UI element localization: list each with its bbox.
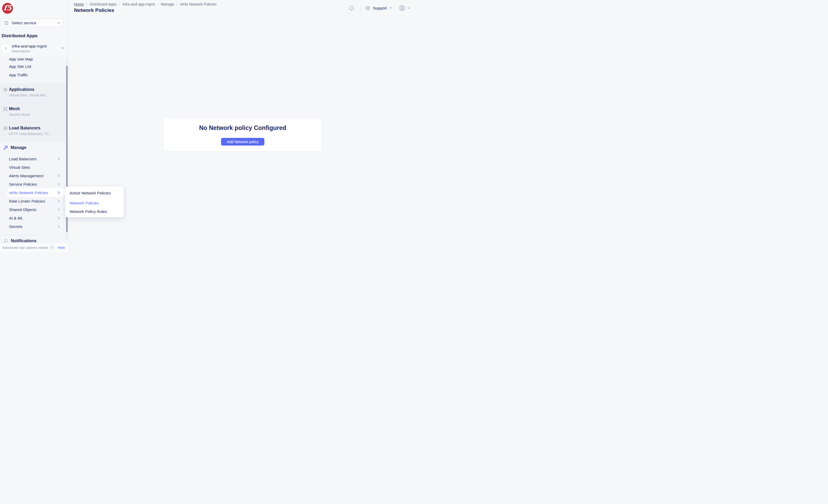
breadcrumb: Home › Distributed Apps › infra-and-app-… [74,2,216,6]
sidebar-item-load-balancers[interactable]: Load Balancers [0,154,66,163]
namespace-avatar: I [2,44,10,52]
breadcrumb-home[interactable]: Home [74,2,84,6]
category-subtitle: HTTP Load Balancers, TC... [9,132,52,136]
page-title: Network Policies [74,7,114,13]
sidebar-footer: Advanced nav options visible ? Hide [0,243,69,252]
empty-state-card: No Network policy Configured Add Network… [163,118,322,152]
sliders-icon [3,126,8,131]
breadcrumb-vk8s-network-policies: vK8s Network Policies [180,2,217,6]
chevron-separator: › [177,2,178,6]
header-divider [360,5,361,11]
chevron-down-icon [57,22,60,24]
header-bottom-border [69,16,414,16]
sidebar-scroll-area[interactable]: App Site Map App Site List App Traffic A… [0,58,66,243]
category-subtitle: Service Mesh [9,112,30,117]
support-label: Support [373,6,387,10]
sidebar-item-shared-objects[interactable]: Shared Objects [0,205,66,214]
user-avatar-icon [399,5,406,11]
flyout-item-active-network-policies[interactable]: Active Network Policies [65,189,124,197]
chevron-down-icon [389,7,392,9]
help-circle-icon[interactable]: ? [50,246,54,250]
chevron-separator: › [157,2,158,6]
select-service-label: Select service [12,20,57,25]
chevron-right-icon [58,157,60,161]
chevron-separator: › [119,2,120,6]
sidebar-item-ai-ml[interactable]: AI & ML [0,214,66,222]
notification-bell-icon[interactable] [349,5,355,11]
chevron-separator: › [86,2,87,6]
chevron-right-icon [58,200,60,202]
sidebar: f5 Select service Distributed Apps I inf… [0,0,69,252]
wrench-icon [3,145,8,150]
grid-icon [4,21,8,25]
breadcrumb-namespace[interactable]: infra-and-app-mgmt [122,2,155,6]
chevron-right-icon [58,191,60,194]
life-ring-icon [365,6,370,10]
sidebar-item-vk8s-network-policies[interactable]: vK8s Network Policies [7,188,66,197]
chevron-right-icon [58,217,60,220]
chevron-right-icon [58,174,60,177]
helm-wheel-icon [3,87,8,92]
account-menu[interactable] [399,5,410,11]
vk8s-network-policies-flyout: Active Network Policies Network Policies… [65,186,124,217]
namespace-type-label: Namespace [12,49,30,53]
sidebar-section-manage: Manage [3,145,27,150]
category-subtitle: Virtual Sites, Virtual K8s, ... [9,93,50,97]
sidebar-item-app-traffic[interactable]: App Traffic [0,71,66,79]
mesh-nodes-icon [3,107,8,111]
select-service-button[interactable]: Select service [1,19,63,27]
sidebar-item-virtual-sites[interactable]: Virtual Sites [0,163,66,172]
bell-icon [4,239,8,243]
header-actions: Support [349,0,410,16]
sidebar-category-load-balancers[interactable]: Load Balancers HTTP Load Balancers, TC..… [0,122,66,141]
f5-logo-text: f5 [4,4,11,11]
support-menu[interactable]: Support [365,6,392,10]
flyout-item-network-policies[interactable]: Network Policies [65,199,124,207]
sidebar-item-rate-limiter-policies[interactable]: Rate Limiter Policies [0,197,66,205]
sidebar-category-mesh[interactable]: Mesh Service Mesh [0,103,66,122]
add-network-policy-button[interactable]: Add Network policy [221,138,264,145]
hide-link[interactable]: Hide [58,246,65,249]
category-title: Load Balancers [9,126,40,131]
sidebar-section-notifications[interactable]: Notifications [4,238,37,243]
chevron-down-icon [407,7,410,9]
chevron-right-icon [58,225,60,228]
namespace-name: infra-and-app-mgmt [12,44,47,48]
manage-title: Manage [10,145,27,150]
empty-state-title: No Network policy Configured [164,125,322,132]
category-title: Applications [9,87,34,92]
flyout-item-network-policy-rules[interactable]: Network Policy Rules [65,207,124,216]
chevron-right-icon [58,183,60,186]
chevron-right-icon [58,208,60,211]
category-title: Mesh [9,106,20,111]
notifications-title: Notifications [11,238,37,243]
sidebar-section-title: Distributed Apps [2,33,38,39]
sidebar-item-alerts-management[interactable]: Alerts Management [0,172,66,180]
sidebar-item-app-site-list[interactable]: App Site List [0,62,66,71]
f5-logo[interactable]: f5 [2,3,13,14]
breadcrumb-distributed-apps[interactable]: Distributed Apps [90,2,117,6]
sidebar-category-applications[interactable]: Applications Virtual Sites, Virtual K8s,… [0,84,66,103]
breadcrumb-manage[interactable]: Manage [161,2,174,6]
chevron-down-icon [61,47,64,49]
advanced-nav-status: Advanced nav options visible [2,246,48,249]
sidebar-item-secrets[interactable]: Secrets [0,222,66,231]
sidebar-item-service-policies[interactable]: Service Policies [0,180,66,188]
